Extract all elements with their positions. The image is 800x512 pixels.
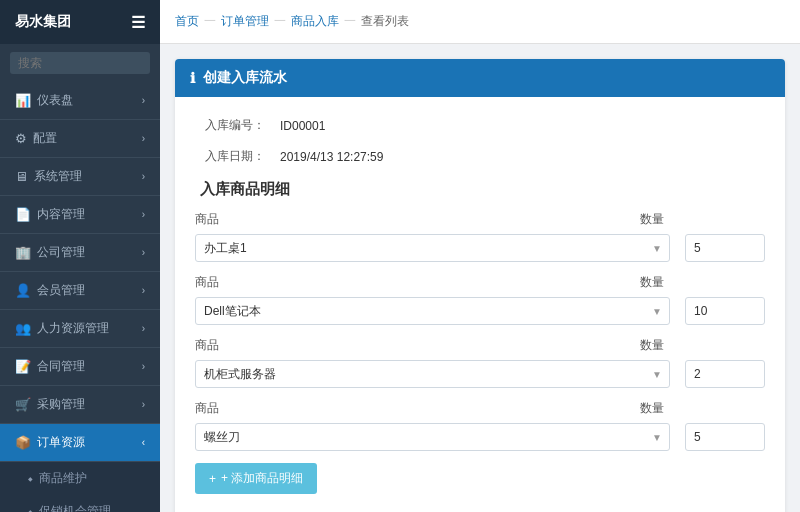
product-select-wrapper-3: 机柜式服务器 ▼ <box>195 360 670 388</box>
chevron-right-icon: › <box>142 133 145 144</box>
product-label-2: 商品 <box>195 274 235 291</box>
info-icon: ℹ <box>190 70 195 86</box>
sidebar-item-config[interactable]: ⚙ 配置 › <box>0 120 160 158</box>
breadcrumb-sep2: 一 <box>274 13 286 30</box>
content-icon: 📄 <box>15 207 31 222</box>
chevron-right-icon: › <box>142 361 145 372</box>
product-select-wrapper-1: 办工桌1 ▼ <box>195 234 670 262</box>
sidebar-item-purchase[interactable]: 🛒 采购管理 › <box>0 386 160 424</box>
purchase-icon: 🛒 <box>15 397 31 412</box>
qty-label-4: 数量 <box>640 400 670 417</box>
product-row-3-header: 商品 数量 <box>195 337 765 354</box>
dashboard-icon: 📊 <box>15 93 31 108</box>
product-row-4-header: 商品 数量 <box>195 400 765 417</box>
sidebar: 易水集团 ☰ 📊 仪表盘 › ⚙ 配置 › 🖥 系统管理 › <box>0 0 160 512</box>
card-body: 入库编号： ID00001 入库日期： 2019/4/13 12:27:59 入… <box>175 97 785 512</box>
chevron-left-icon: ‹ <box>142 437 145 448</box>
sidebar-toggle-icon[interactable]: ☰ <box>131 13 145 32</box>
product-group-4: 商品 数量 螺丝刀 ▼ <box>195 400 765 451</box>
product-select-wrapper-2: Dell笔记本 ▼ <box>195 297 670 325</box>
form-row-date: 入库日期： 2019/4/13 12:27:59 <box>195 148 765 165</box>
product-label-1: 商品 <box>195 211 235 228</box>
create-form-card: ℹ 创建入库流水 入库编号： ID00001 入库日期： 2019/4/13 1… <box>175 59 785 512</box>
product-group-1: 商品 数量 办工桌1 ▼ <box>195 211 765 262</box>
sidebar-item-company[interactable]: 🏢 公司管理 › <box>0 234 160 272</box>
chevron-right-icon: › <box>142 285 145 296</box>
breadcrumb-sep3: 一 <box>344 13 356 30</box>
breadcrumb-home[interactable]: 首页 <box>175 13 199 30</box>
breadcrumb: 首页 一 订单管理 一 商品入库 一 查看列表 <box>160 0 800 44</box>
code-label: 入库编号： <box>195 117 265 134</box>
product-select-1[interactable]: 办工桌1 <box>195 234 670 262</box>
chevron-right-icon: › <box>142 247 145 258</box>
product-label-3: 商品 <box>195 337 235 354</box>
sidebar-title: 易水集团 <box>15 13 71 31</box>
config-icon: ⚙ <box>15 131 27 146</box>
product-group-3: 商品 数量 机柜式服务器 ▼ <box>195 337 765 388</box>
sidebar-item-dashboard[interactable]: 📊 仪表盘 › <box>0 82 160 120</box>
add-product-label: + 添加商品明细 <box>221 470 303 487</box>
code-value: ID00001 <box>280 119 765 133</box>
product-row-2-header: 商品 数量 <box>195 274 765 291</box>
company-icon: 🏢 <box>15 245 31 260</box>
qty-label-3: 数量 <box>640 337 670 354</box>
sidebar-search-area <box>0 44 160 82</box>
sidebar-item-system[interactable]: 🖥 系统管理 › <box>0 158 160 196</box>
form-row-code: 入库编号： ID00001 <box>195 117 765 134</box>
sidebar-item-contract[interactable]: 📝 合同管理 › <box>0 348 160 386</box>
member-icon: 👤 <box>15 283 31 298</box>
product-select-3[interactable]: 机柜式服务器 <box>195 360 670 388</box>
chevron-right-icon: › <box>142 323 145 334</box>
main-content: 首页 一 订单管理 一 商品入库 一 查看列表 ℹ 创建入库流水 入库编号： I… <box>160 0 800 512</box>
qty-input-2[interactable] <box>685 297 765 325</box>
chevron-right-icon: › <box>142 171 145 182</box>
order-submenu: 商品维护 促销机会管理 商品库存流水 商品入库 订单导入 商品出库 客户管理 客… <box>0 462 160 512</box>
sidebar-header: 易水集团 ☰ <box>0 0 160 44</box>
system-icon: 🖥 <box>15 169 28 184</box>
qty-label-2: 数量 <box>640 274 670 291</box>
breadcrumb-goods-in[interactable]: 商品入库 <box>291 13 339 30</box>
product-select-2[interactable]: Dell笔记本 <box>195 297 670 325</box>
chevron-right-icon: › <box>142 399 145 410</box>
product-row-1-header: 商品 数量 <box>195 211 765 228</box>
contract-icon: 📝 <box>15 359 31 374</box>
chevron-right-icon: › <box>142 209 145 220</box>
breadcrumb-current: 查看列表 <box>361 13 409 30</box>
product-group-2: 商品 数量 Dell笔记本 ▼ <box>195 274 765 325</box>
breadcrumb-order-mgmt[interactable]: 订单管理 <box>221 13 269 30</box>
add-product-button[interactable]: + + 添加商品明细 <box>195 463 317 494</box>
sidebar-item-content[interactable]: 📄 内容管理 › <box>0 196 160 234</box>
date-label: 入库日期： <box>195 148 265 165</box>
date-value: 2019/4/13 12:27:59 <box>280 150 765 164</box>
qty-label-1: 数量 <box>640 211 670 228</box>
product-label-4: 商品 <box>195 400 235 417</box>
chevron-right-icon: › <box>142 95 145 106</box>
submenu-goods-maint[interactable]: 商品维护 <box>0 462 160 495</box>
qty-input-3[interactable] <box>685 360 765 388</box>
sidebar-menu: 📊 仪表盘 › ⚙ 配置 › 🖥 系统管理 › 📄 内容管理 › <box>0 82 160 512</box>
qty-input-1[interactable] <box>685 234 765 262</box>
qty-input-4[interactable] <box>685 423 765 451</box>
product-row-3-inputs: 机柜式服务器 ▼ <box>195 360 765 388</box>
section-title: 入库商品明细 <box>195 180 765 199</box>
order-icon: 📦 <box>15 435 31 450</box>
product-select-wrapper-4: 螺丝刀 ▼ <box>195 423 670 451</box>
submenu-promo-mgmt[interactable]: 促销机会管理 <box>0 495 160 512</box>
product-row-4-inputs: 螺丝刀 ▼ <box>195 423 765 451</box>
card-header: ℹ 创建入库流水 <box>175 59 785 97</box>
sidebar-item-hr[interactable]: 👥 人力资源管理 › <box>0 310 160 348</box>
hr-icon: 👥 <box>15 321 31 336</box>
product-select-4[interactable]: 螺丝刀 <box>195 423 670 451</box>
product-row-2-inputs: Dell笔记本 ▼ <box>195 297 765 325</box>
breadcrumb-sep1: 一 <box>204 13 216 30</box>
sidebar-item-order[interactable]: 📦 订单资源 ‹ <box>0 424 160 462</box>
sidebar-search-input[interactable] <box>10 52 150 74</box>
product-row-1-inputs: 办工桌1 ▼ <box>195 234 765 262</box>
card-title: 创建入库流水 <box>203 69 287 87</box>
sidebar-item-member[interactable]: 👤 会员管理 › <box>0 272 160 310</box>
plus-icon: + <box>209 472 216 486</box>
content-area: ℹ 创建入库流水 入库编号： ID00001 入库日期： 2019/4/13 1… <box>160 44 800 512</box>
